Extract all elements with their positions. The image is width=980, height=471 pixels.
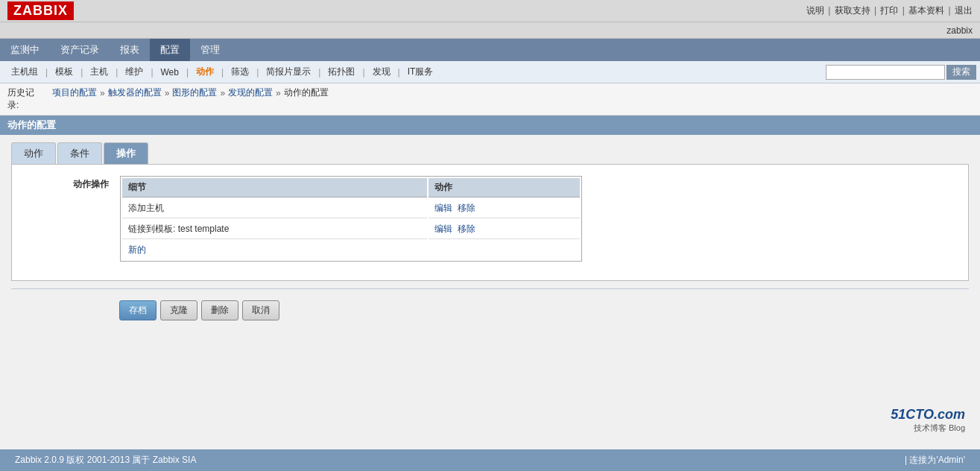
action-buttons: 存档 克隆 删除 取消: [11, 300, 969, 320]
col-header-detail: 细节: [122, 178, 427, 197]
row0-edit-link[interactable]: 编辑: [434, 203, 452, 213]
nav-admin[interactable]: 管理: [190, 39, 230, 61]
clone-button[interactable]: 克隆: [160, 300, 197, 320]
nav-config[interactable]: 配置: [150, 39, 190, 61]
main-nav: 监测中 资产记录 报表 配置 管理: [0, 39, 980, 61]
sub-slideshow[interactable]: 简报片显示: [259, 61, 318, 83]
form-area: 动作操作 细节 动作 添加主机 编辑 移除: [11, 164, 969, 281]
page-title: 动作的配置: [7, 119, 56, 130]
sub-discovery[interactable]: 发现: [365, 61, 398, 83]
cancel-button[interactable]: 取消: [242, 300, 279, 320]
sub-web[interactable]: Web: [154, 61, 186, 83]
sub-hosts[interactable]: 主机: [83, 61, 116, 83]
sub-hostgroups[interactable]: 主机组: [4, 61, 45, 83]
top-links: 说明 | 获取支持 | 打印 | 基本资料 | 退出: [806, 4, 973, 17]
user-bar: zabbix: [0, 22, 980, 39]
save-button[interactable]: 存档: [119, 300, 157, 320]
breadcrumb-item-4: 动作的配置: [284, 86, 329, 99]
sub-maintenance[interactable]: 维护: [118, 61, 151, 83]
top-bar: ZABBIX 说明 | 获取支持 | 打印 | 基本资料 | 退出: [0, 0, 980, 22]
page-title-bar: 动作的配置: [0, 116, 980, 135]
row0-actions: 编辑 移除: [429, 199, 580, 218]
zabbix-logo: ZABBIX: [7, 1, 74, 20]
history-label: 历史记录:: [7, 86, 45, 112]
tab-conditions[interactable]: 条件: [57, 142, 102, 164]
sub-itservices[interactable]: IT服务: [400, 61, 441, 83]
sub-templates[interactable]: 模板: [48, 61, 80, 83]
breadcrumb: 项目的配置 » 触发器的配置 » 图形的配置 » 发现的配置 » 动作的配置: [52, 86, 329, 99]
operations-label: 动作操作: [23, 176, 120, 191]
table-row: 链接到模板: test template 编辑 移除: [122, 220, 580, 239]
support-link[interactable]: 获取支持: [835, 5, 870, 16]
breadcrumb-item-0[interactable]: 项目的配置: [52, 86, 97, 99]
table-row-new: 新的: [122, 241, 580, 259]
row1-edit-link[interactable]: 编辑: [434, 224, 452, 234]
operations-table: 细节 动作 添加主机 编辑 移除 链接到模板: [120, 176, 582, 262]
tab-operations[interactable]: 操作: [104, 142, 148, 164]
row1-detail: 链接到模板: test template: [122, 220, 427, 239]
profile-link[interactable]: 基本资料: [908, 5, 944, 16]
tab-actions[interactable]: 动作: [11, 142, 56, 164]
search-area: 搜索: [826, 65, 976, 80]
nav-monitoring[interactable]: 监测中: [0, 39, 50, 61]
sub-actions[interactable]: 动作: [189, 61, 221, 83]
row0-detail: 添加主机: [122, 199, 427, 218]
table-row: 添加主机 编辑 移除: [122, 199, 580, 218]
content: 动作 条件 操作 动作操作 细节 动作 添加主机: [0, 135, 980, 328]
col-header-action: 动作: [429, 178, 580, 197]
sub-filter[interactable]: 筛选: [224, 61, 256, 83]
search-input[interactable]: [826, 65, 945, 80]
username-display: zabbix: [946, 25, 973, 36]
tabs: 动作 条件 操作: [11, 142, 969, 164]
breadcrumb-item-3[interactable]: 发现的配置: [228, 86, 273, 99]
delete-button[interactable]: 删除: [201, 300, 238, 320]
divider: [11, 288, 969, 289]
sub-topology[interactable]: 拓扑图: [320, 61, 362, 83]
row1-actions: 编辑 移除: [429, 220, 580, 239]
breadcrumb-area: 历史记录: 项目的配置 » 触发器的配置 » 图形的配置 » 发现的配置 » 动…: [0, 83, 980, 116]
operations-row: 动作操作 细节 动作 添加主机 编辑 移除: [23, 176, 957, 262]
logout-link[interactable]: 退出: [955, 5, 973, 16]
search-button[interactable]: 搜索: [946, 65, 976, 80]
nav-assets[interactable]: 资产记录: [50, 39, 110, 61]
sub-nav: 主机组 | 模板 | 主机 | 维护 | Web | 动作 | 筛选 | 简报片…: [0, 61, 980, 83]
row1-remove-link[interactable]: 移除: [458, 224, 475, 234]
help-link[interactable]: 说明: [806, 5, 824, 16]
new-operation-link[interactable]: 新的: [128, 244, 146, 255]
print-link[interactable]: 打印: [880, 5, 898, 16]
nav-reports[interactable]: 报表: [110, 39, 150, 61]
new-row-cell: 新的: [122, 241, 580, 259]
row0-remove-link[interactable]: 移除: [458, 203, 475, 213]
operations-value: 细节 动作 添加主机 编辑 移除 链接到模板: [120, 176, 957, 262]
breadcrumb-item-2[interactable]: 图形的配置: [172, 86, 217, 99]
breadcrumb-item-1[interactable]: 触发器的配置: [108, 86, 162, 99]
